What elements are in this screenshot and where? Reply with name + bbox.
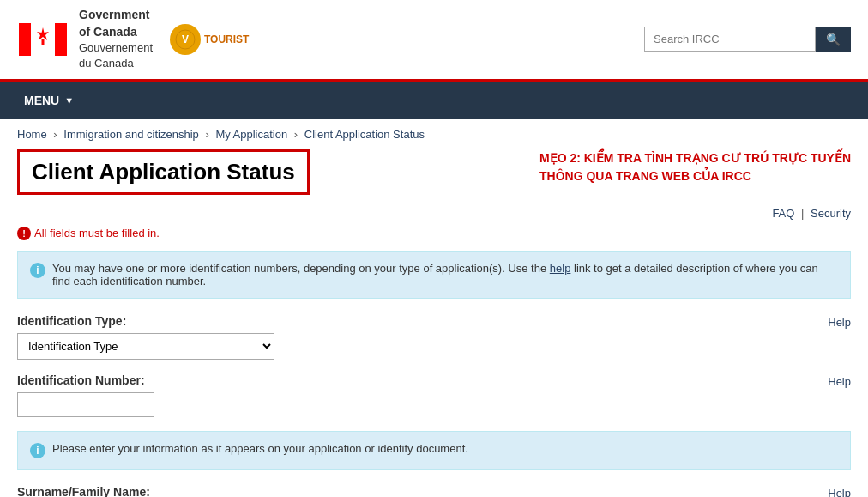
surname-label: Surname/Family Name: bbox=[17, 485, 150, 497]
search-area: 🔍 bbox=[644, 27, 851, 52]
id-type-label: Identification Type: bbox=[17, 314, 126, 328]
surname-group: Surname/Family Name: Help bbox=[17, 485, 851, 497]
svg-rect-4 bbox=[42, 39, 45, 45]
breadcrumb-sep-3: › bbox=[294, 128, 301, 141]
page-title-box: Client Application Status bbox=[17, 149, 310, 195]
breadcrumb-sep-1: › bbox=[53, 128, 60, 141]
breadcrumb: Home › Immigration and citizenship › My … bbox=[0, 119, 868, 149]
info-icon-2: i bbox=[30, 443, 45, 458]
id-type-select[interactable]: Identification Type Unique Client Identi… bbox=[17, 333, 274, 360]
menu-button[interactable]: MENU ▼ bbox=[17, 82, 81, 119]
breadcrumb-home[interactable]: Home bbox=[17, 128, 47, 141]
id-number-input[interactable] bbox=[17, 392, 154, 417]
info-box-identification: i You may have one or more identificatio… bbox=[17, 251, 851, 299]
svg-rect-2 bbox=[55, 23, 67, 56]
page-title: Client Application Status bbox=[32, 159, 295, 185]
id-type-group: Identification Type: Help Identification… bbox=[17, 314, 851, 360]
menu-arrow-icon: ▼ bbox=[64, 95, 74, 106]
help-link-info[interactable]: help bbox=[550, 262, 571, 275]
tourist-label: TOURIST bbox=[204, 34, 249, 45]
tourist-logo: V TOURIST bbox=[170, 24, 249, 55]
search-button[interactable]: 🔍 bbox=[816, 27, 851, 52]
id-number-help-link[interactable]: Help bbox=[828, 375, 851, 388]
header-branding: Governmentof Canada Gouvernementdu Canad… bbox=[17, 7, 249, 72]
alert-icon: ! bbox=[17, 227, 31, 240]
canada-flag-icon bbox=[17, 22, 69, 57]
svg-rect-0 bbox=[19, 23, 31, 56]
surname-help-link[interactable]: Help bbox=[828, 487, 851, 497]
breadcrumb-immigration[interactable]: Immigration and citizenship bbox=[63, 128, 199, 141]
id-number-label: Identification Number: bbox=[17, 373, 145, 387]
svg-text:V: V bbox=[182, 33, 189, 45]
breadcrumb-sep-2: › bbox=[205, 128, 212, 141]
id-type-help-link[interactable]: Help bbox=[828, 316, 851, 329]
info-box-please-enter: i Please enter your information as it ap… bbox=[17, 431, 851, 470]
faq-link[interactable]: FAQ bbox=[772, 207, 794, 220]
breadcrumb-my-application[interactable]: My Application bbox=[215, 128, 287, 141]
util-links: FAQ | Security bbox=[17, 203, 851, 227]
info-icon-1: i bbox=[30, 263, 45, 278]
tourist-logo-icon: V bbox=[170, 24, 201, 55]
breadcrumb-client-status[interactable]: Client Application Status bbox=[304, 128, 425, 141]
government-name: Governmentof Canada Gouvernementdu Canad… bbox=[79, 7, 153, 72]
title-area: Client Application Status MẸO 2: KIỂM TR… bbox=[17, 149, 851, 195]
nav-bar: MENU ▼ bbox=[0, 82, 868, 119]
site-header: Governmentof Canada Gouvernementdu Canad… bbox=[0, 0, 868, 82]
search-input[interactable] bbox=[644, 27, 816, 52]
main-content: Client Application Status MẸO 2: KIỂM TR… bbox=[0, 149, 868, 497]
promo-text: MẸO 2: KIỂM TRA TÌNH TRẠNG CƯ TRÚ TRỰC T… bbox=[539, 149, 851, 185]
required-notice: ! All fields must be filled in. bbox=[17, 227, 851, 240]
id-number-group: Identification Number: Help bbox=[17, 373, 851, 417]
security-link[interactable]: Security bbox=[811, 207, 851, 220]
